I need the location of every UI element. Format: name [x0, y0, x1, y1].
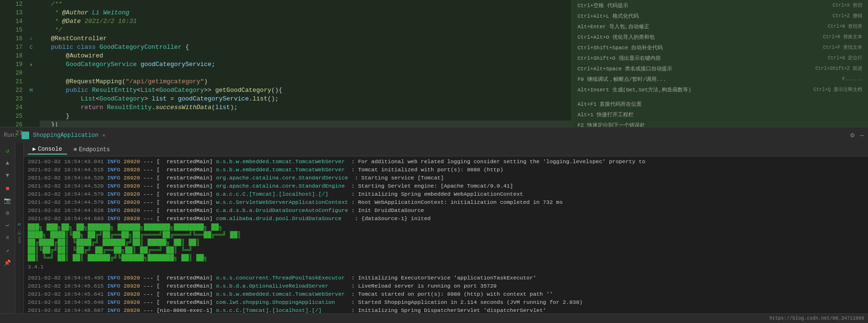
- hint-key-7: Ctrl+Alt+Space 类名或接口自动提示: [578, 65, 672, 72]
- hint-row-alt-f1: Alt+F1 直接代码所在位置: [572, 99, 868, 109]
- druid-art-line5: ██║ ╚═╝ ██║ ██║ ██████╔╝╚██████╗███████╗…: [28, 254, 864, 262]
- hint-row-7: Ctrl+Alt+Space 类名或接口自动提示 Ctrl+Shift+Z 前进: [572, 63, 868, 74]
- scroll-down-button[interactable]: ▼: [2, 170, 13, 181]
- run-settings-icon[interactable]: ⚙: [850, 131, 854, 139]
- bookmark-icon[interactable]: ✓: [30, 36, 33, 42]
- editor-area: 12 13 14 15 16 17 18 19 20 21 22 23 24 2…: [0, 0, 868, 127]
- hint-key-2: Ctrl+Alt+L 格式化代码: [578, 12, 639, 20]
- hint-row-alt-1: Alt+1 快捷打开工程栏: [572, 109, 868, 120]
- hint-shortcut-3: Ctrl+N 查找类: [828, 23, 862, 30]
- log-line-1: 2021-02-02 16:54:44.515 INFO 28920 --- […: [24, 166, 868, 174]
- hint-shortcut-4: Ctrl+R 替换文本: [823, 33, 862, 40]
- hint-row-f2: F2 快速定位到下一个错误处: [572, 120, 868, 127]
- log-line-8: 2021-02-02 16:54:45.495 INFO 28920 --- […: [24, 274, 868, 282]
- endpoints-tab-label: Endpoints: [79, 146, 110, 153]
- side-label-web: Web: [17, 236, 22, 243]
- left-toolbar: ↺ ▲ ▼ ◼ 📷 ⚙ ↩ ≡ ↗ 📌: [0, 143, 15, 323]
- gutter-icons: ✓ C ⚡ M: [26, 0, 36, 127]
- status-url[interactable]: https://blog.csdn.net/m0_34711069: [769, 316, 864, 321]
- camera-button[interactable]: 📷: [2, 195, 13, 206]
- log-line-9: 2021-02-02 16:54:45.615 INFO 28920 --- […: [24, 282, 868, 290]
- menu-button[interactable]: ≡: [2, 232, 13, 244]
- log-line-5: 2021-02-02 16:54:44.579 INFO 28920 --- […: [24, 198, 868, 206]
- druid-art-line4: ██║╚██╔╝██║ ╚██╔╝ ██╔══██╗██║ ██╔══╝ ██║…: [28, 246, 864, 254]
- hint-shortcut-1: Ctrl+X 剪切: [833, 2, 862, 9]
- log-line-10: 2021-02-02 16:54:45.641 INFO 28920 --- […: [24, 290, 868, 298]
- tab-console[interactable]: ▶ Console: [28, 145, 67, 155]
- external-link-button[interactable]: ↗: [2, 245, 13, 256]
- console-output[interactable]: 2021-02-02 16:54:43.041 INFO 28920 --- […: [24, 156, 868, 323]
- stop-button[interactable]: ◼: [2, 182, 13, 194]
- hint-row-1: Ctrl+空格 代码提示 Ctrl+X 剪切: [572, 0, 868, 11]
- hint-row-3: Alt+Enter 导入包,自动修正 Ctrl+N 查找类: [572, 21, 868, 32]
- endpoints-icon: ⊕: [74, 146, 77, 153]
- log-line-11: 2021-02-02 16:54:45.648 INFO 28920 --- […: [24, 298, 868, 306]
- status-bar: https://blog.csdn.net/m0_34711069: [0, 313, 868, 323]
- run-app-name[interactable]: ShoppingApplication: [33, 132, 99, 139]
- log-line-7: 2021-02-02 16:54:44.683 INFO 28920 --- […: [24, 214, 868, 223]
- hint-shortcut-9: Ctrl+Q 显示注释文档: [813, 86, 862, 93]
- line-numbers: 12 13 14 15 16 17 18 19 20 21 22 23 24 2…: [0, 0, 26, 127]
- method-icon: M: [30, 88, 33, 93]
- hint-shortcut-7: Ctrl+Shift+Z 前进: [815, 65, 862, 72]
- hint-key-8: F9 继续调试，帧断点/暂时/调用...: [578, 76, 666, 83]
- hint-key-4: Ctrl+Alt+O 优化导入的类和包: [578, 33, 655, 41]
- druid-art-line2: ████╗ ████║╚██╗ ██╔╝██╔══██╗██╔════╝██╔═…: [28, 231, 864, 239]
- side-label-2: 2:: [17, 230, 22, 235]
- tab-endpoints[interactable]: ⊕ Endpoints: [69, 145, 115, 154]
- log-line-6: 2021-02-02 16:54:44.628 INFO 28920 --- […: [24, 206, 868, 214]
- hint-row-8: F9 继续调试，帧断点/暂时/调用... F......: [572, 74, 868, 84]
- autowired-icon: ⚡: [30, 62, 33, 68]
- druid-banner: ███╗ ███╗██╗ ██╗██████╗ ██████╗███████╗█…: [24, 223, 868, 263]
- hint-key-1: Ctrl+空格 代码提示: [578, 2, 628, 9]
- hint-row-2: Ctrl+Alt+L 格式化代码 Ctrl+Z 撤销: [572, 11, 868, 21]
- side-label-5: 5: [17, 223, 22, 225]
- hint-key-9: Alt+Insert 生成(Get,Set方法,构造函数等): [578, 86, 691, 93]
- settings-button[interactable]: ⚙: [2, 207, 13, 219]
- console-icon: ▶: [33, 145, 36, 153]
- hint-key-5: Ctrl+Shift+Space 自动补全代码: [578, 44, 663, 51]
- hint-row-4: Ctrl+Alt+O 优化导入的类和包 Ctrl+R 替换文本: [572, 32, 868, 42]
- druid-art-line1: ███╗ ███╗██╗ ██╗██████╗ ██████╗███████╗█…: [28, 223, 864, 231]
- log-line-4: 2021-02-02 16:54:44.579 INFO 28920 --- […: [24, 190, 868, 198]
- hint-shortcut-5: Ctrl+F 查找文本: [823, 44, 862, 51]
- hint-shortcut-6: Ctrl+G 定位行: [828, 55, 862, 61]
- druid-version: 3.4.1: [24, 263, 868, 272]
- hint-key-3: Alt+Enter 导入包,自动修正: [578, 23, 649, 30]
- hint-row-5: Ctrl+Shift+Space 自动补全代码 Ctrl+F 查找文本: [572, 42, 868, 53]
- hint-row-9: Alt+Insert 生成(Get,Set方法,构造函数等) Ctrl+Q 显示…: [572, 84, 868, 95]
- pin-button[interactable]: 📌: [2, 257, 13, 268]
- console-tabs: ▶ Console ⊕ Endpoints: [24, 143, 868, 156]
- restart-button[interactable]: ↺: [2, 145, 13, 156]
- run-close-button[interactable]: ✕: [102, 132, 106, 138]
- hint-panel: Ctrl+空格 代码提示 Ctrl+X 剪切 Ctrl+Alt+L 格式化代码 …: [571, 0, 868, 127]
- scroll-up-button[interactable]: ▲: [2, 157, 13, 169]
- wrap-button[interactable]: ↩: [2, 220, 13, 231]
- hint-shortcut-2: Ctrl+Z 撤销: [833, 12, 862, 19]
- run-minimize-icon[interactable]: —: [860, 132, 864, 139]
- console-tab-label: Console: [38, 146, 62, 153]
- log-line-trunc: 2021-02-02 16:54:43.041 INFO 28920 --- […: [24, 157, 868, 166]
- hint-key-6: Ctrl+Shift+O 强出显示右键内容: [578, 55, 661, 62]
- druid-art-line3: ██╔████╔██║ ╚████╔╝ ██████╔╝██║ █████╗ █…: [28, 239, 864, 246]
- hint-shortcut-8: F......: [842, 77, 862, 82]
- class-icon: C: [30, 45, 33, 50]
- hint-key-alt-f1: Alt+F1 直接代码所在位置: [578, 100, 642, 108]
- run-bar: Run: ShoppingApplication ✕ ⚙ —: [0, 127, 868, 143]
- console-area: ↺ ▲ ▼ ◼ 📷 ⚙ ↩ ≡ ↗ 📌 5 2: Web ▶ Console ⊕…: [0, 143, 868, 323]
- log-line-3: 2021-02-02 16:54:44.520 INFO 28920 --- […: [24, 182, 868, 190]
- hint-key-f2: F2 快速定位到下一个错误处: [578, 122, 645, 127]
- hint-key-alt-1: Alt+1 快捷打开工程栏: [578, 111, 634, 118]
- console-main: ▶ Console ⊕ Endpoints 2021-02-02 16:54:4…: [24, 143, 868, 323]
- hint-row-6: Ctrl+Shift+O 强出显示右键内容 Ctrl+G 定位行: [572, 53, 868, 63]
- log-line-2: 2021-02-02 16:54:44.520 INFO 28920 --- […: [24, 174, 868, 182]
